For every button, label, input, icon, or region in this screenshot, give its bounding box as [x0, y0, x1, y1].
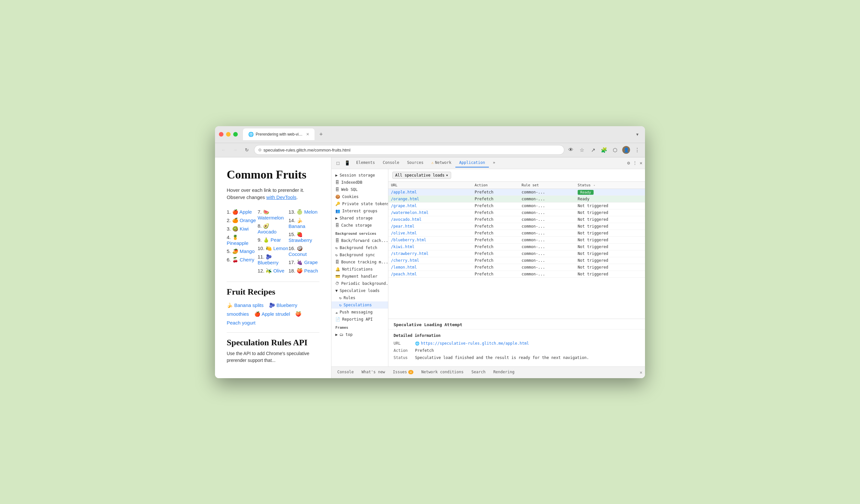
tab-more[interactable]: »: [489, 158, 499, 168]
tab-close-icon[interactable]: ✕: [306, 132, 309, 136]
cell-action: Prefetch: [472, 271, 519, 277]
minimize-button[interactable]: [226, 132, 231, 136]
close-button[interactable]: [219, 132, 224, 136]
sidebar-label: Cookies: [342, 195, 359, 199]
sidebar-item-bg-fetch[interactable]: ↻ Background fetch: [331, 244, 388, 251]
table-row[interactable]: /cherry.htmlPrefetchcommon-...Not trigge…: [388, 257, 645, 264]
tab-title: Prerendering with web-vitals...: [256, 132, 303, 136]
dt-device-icon[interactable]: 📱: [343, 159, 351, 167]
new-tab-button[interactable]: +: [316, 130, 326, 139]
sidebar-item-session-storage[interactable]: ▶ Session storage: [331, 172, 388, 179]
sidebar-item-payment[interactable]: 💳 Payment handler: [331, 273, 388, 280]
sidebar-item-bg-sync[interactable]: ↻ Background sync: [331, 251, 388, 259]
col-url[interactable]: URL: [388, 182, 472, 189]
drawer-tab-issues[interactable]: Issues ×: [390, 369, 417, 376]
share-icon[interactable]: ↗: [589, 146, 597, 154]
maximize-button[interactable]: [233, 132, 238, 136]
dt-inspect-icon[interactable]: ⬚: [334, 159, 342, 167]
avatar[interactable]: 👤: [622, 146, 630, 154]
sidebar-item-cookies[interactable]: 🍪 Cookies: [331, 193, 388, 200]
sidebar-item-indexeddb[interactable]: 🗄 IndexedDB: [331, 179, 388, 186]
table-row[interactable]: /orange.htmlPrefetchcommon-...Ready: [388, 196, 645, 202]
table-row[interactable]: /olive.htmlPrefetchcommon-...Not trigger…: [388, 230, 645, 236]
speculative-filter-dropdown[interactable]: All speculative loads ▾: [392, 172, 451, 179]
tab-sources[interactable]: Sources: [403, 158, 427, 168]
sidebar-item-interest-groups[interactable]: 👥 Interest groups: [331, 207, 388, 215]
drawer-tab-whats-new[interactable]: What's new: [358, 369, 388, 376]
list-item: 14. 🍌 Banana: [288, 216, 319, 230]
sidebar-item-notifications[interactable]: 🔔 Notifications: [331, 266, 388, 273]
list-item: 18. 🍑 Peach: [288, 267, 319, 275]
table-row[interactable]: /apple.htmlPrefetchcommon-...Ready: [388, 189, 645, 196]
sidebar-item-periodic-bg[interactable]: ⏱ Periodic background...: [331, 280, 388, 287]
table-row[interactable]: /watermelon.htmlPrefetchcommon-...Not tr…: [388, 209, 645, 216]
table-row[interactable]: /grape.htmlPrefetchcommon-...Not trigger…: [388, 202, 645, 209]
browser-tab[interactable]: 🌐 Prerendering with web-vitals... ✕: [243, 128, 315, 140]
sidebar-item-private-state-tokens[interactable]: 🔑 Private state tokens: [331, 200, 388, 207]
sidebar-item-cache-storage[interactable]: 🗄 Cache storage: [331, 222, 388, 229]
sync-icon: ↻: [335, 253, 338, 257]
url-bar[interactable]: ⊙ speculative-rules.glitch.me/common-fru…: [254, 145, 564, 155]
table-row[interactable]: /kiwi.htmlPrefetchcommon-...Not triggere…: [388, 243, 645, 250]
recipe-apple[interactable]: 🍎 Apple strudel: [254, 311, 290, 317]
drawer-tab-console[interactable]: Console: [334, 369, 357, 376]
drawer-tab-network-conditions[interactable]: Network conditions: [418, 369, 467, 376]
refresh-button[interactable]: ↻: [242, 145, 252, 155]
cell-url: /grape.html: [388, 202, 472, 209]
sidebar-item-rules[interactable]: ↻ Rules: [331, 294, 388, 301]
table-row[interactable]: /strawberry.htmlPrefetchcommon-...Not tr…: [388, 250, 645, 257]
drawer-tab-search[interactable]: Search: [468, 369, 489, 376]
extension-icon[interactable]: 🧩: [600, 146, 608, 154]
tab-network[interactable]: ⚠ Network: [427, 158, 455, 168]
detail-url-label: URL: [393, 341, 410, 346]
table-row[interactable]: /blueberry.htmlPrefetchcommon-...Not tri…: [388, 236, 645, 243]
list-item: 17. 🍇 Grape: [288, 258, 319, 267]
tab-dropdown-button[interactable]: ▾: [634, 130, 641, 138]
recipe-banana[interactable]: 🍌 Banana splits: [227, 302, 263, 308]
forward-button[interactable]: →: [231, 145, 240, 155]
sidebar-item-back-forward[interactable]: 🗄 Back/forward cach...: [331, 237, 388, 244]
tab-application[interactable]: Application: [455, 158, 489, 168]
sidebar-item-speculations[interactable]: ↻ Speculations: [331, 301, 388, 308]
sidebar-item-reporting-api[interactable]: 📄 Reporting API: [331, 316, 388, 323]
cell-action: Prefetch: [472, 209, 519, 216]
devtools-link[interactable]: with DevTools: [267, 195, 297, 200]
tab-elements[interactable]: Elements: [352, 158, 379, 168]
detail-url-value[interactable]: https://speculative-rules.glitch.me/appl…: [415, 341, 529, 346]
devtools-icon[interactable]: ⬡: [611, 146, 619, 154]
cell-action: Prefetch: [472, 216, 519, 223]
col-status[interactable]: Status ▾: [575, 182, 645, 189]
sidebar-item-web-sql[interactable]: 🗄 Web SQL: [331, 186, 388, 193]
back-button[interactable]: ←: [219, 145, 228, 155]
eye-slash-icon[interactable]: 👁: [567, 146, 575, 154]
cell-rule-set: common-...: [519, 202, 575, 209]
cell-status: Ready: [575, 196, 645, 202]
sidebar-item-bounce-tracking[interactable]: 🗄 Bounce tracking m...: [331, 259, 388, 266]
col-rule-set[interactable]: Rule set: [519, 182, 575, 189]
settings-icon[interactable]: ⚙: [627, 160, 630, 165]
table-row[interactable]: /pear.htmlPrefetchcommon-...Not triggere…: [388, 223, 645, 230]
main-area: Common Fruits Hover over each link to pr…: [215, 157, 645, 378]
more-menu-icon[interactable]: ⋮: [633, 146, 641, 154]
more-options-icon[interactable]: ⋮: [633, 160, 637, 165]
tab-console[interactable]: Console: [379, 158, 403, 168]
sidebar-item-speculative-loads[interactable]: ▼ Speculative loads: [331, 287, 388, 294]
title-bar: 🌐 Prerendering with web-vitals... ✕ + ▾: [215, 126, 645, 143]
table-row[interactable]: /lemon.htmlPrefetchcommon-...Not trigger…: [388, 264, 645, 271]
sidebar-item-shared-storage[interactable]: ▶ Shared storage: [331, 215, 388, 222]
sidebar-label: top: [345, 332, 353, 337]
fruit-col-3: 13. 🍈 Melon 14. 🍌 Banana 15. 🍓 Strawberr…: [288, 208, 319, 275]
list-item: 12. 🫒 Olive: [258, 267, 288, 275]
devtools-close-icon[interactable]: ✕: [640, 160, 642, 165]
filter-dropdown-icon: ▾: [446, 173, 448, 177]
drawer-close-button[interactable]: ✕: [640, 370, 642, 375]
table-row[interactable]: /peach.htmlPrefetchcommon-...Not trigger…: [388, 271, 645, 277]
table-row[interactable]: /avocado.htmlPrefetchcommon-...Not trigg…: [388, 216, 645, 223]
detail-url-row: URL https://speculative-rules.glitch.me/…: [393, 341, 640, 346]
sidebar-item-top[interactable]: ▶ 🗂 top: [331, 331, 388, 338]
fruit-col-1: 1. 🍎 Apple 2. 🍊 Orange 3. 🥝 Kiwi 4. 🍍 Pi…: [227, 208, 258, 275]
col-action[interactable]: Action: [472, 182, 519, 189]
drawer-tab-rendering[interactable]: Rendering: [490, 369, 518, 376]
sidebar-item-push-messaging[interactable]: ☁ Push messaging: [331, 308, 388, 316]
bookmark-icon[interactable]: ☆: [578, 146, 586, 154]
